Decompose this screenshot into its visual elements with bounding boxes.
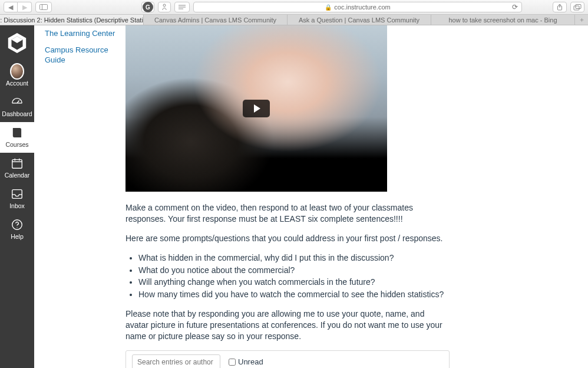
right-rail <box>461 25 588 368</box>
new-tab-button[interactable]: ＋ <box>575 15 588 25</box>
nav-courses-label: Courses <box>5 141 28 148</box>
browser-tab-2[interactable]: Ask a Question | Canvas LMS Community <box>288 15 431 25</box>
discussion-entry-toolbar: Unread <box>125 350 450 368</box>
prompt-item: Will anything change when you watch comm… <box>138 277 450 288</box>
discussion-paragraph-1: Make a comment on the video, then respon… <box>125 202 450 225</box>
browser-tab-0[interactable]: Topic: Discussion 2: Hidden Statistics (… <box>0 15 144 25</box>
nav-help[interactable]: Help <box>0 214 34 245</box>
reload-icon[interactable]: ⟳ <box>512 3 518 11</box>
svg-point-2 <box>163 4 166 6</box>
course-nav-learning-center[interactable]: The Learning Center <box>45 28 121 40</box>
discussion-body: Make a comment on the video, then respon… <box>125 202 450 342</box>
lock-icon: 🔒 <box>325 4 332 11</box>
reader-button[interactable] <box>174 2 190 12</box>
unread-checkbox[interactable] <box>229 359 236 366</box>
embedded-video[interactable] <box>125 25 387 192</box>
unread-filter[interactable]: Unread <box>229 357 263 366</box>
nav-back-forward: ◀ ▶ <box>4 2 32 12</box>
back-button[interactable]: ◀ <box>4 2 18 12</box>
svg-rect-15 <box>12 160 22 169</box>
tab-strip: Topic: Discussion 2: Hidden Statistics (… <box>0 15 588 25</box>
page-content: Account Dashboard Courses Calendar Inbox <box>0 25 588 368</box>
tabs-button[interactable] <box>570 2 584 12</box>
courses-icon <box>10 126 24 140</box>
brand-logo[interactable] <box>5 31 29 55</box>
url-bar[interactable]: 🔒 coc.instructure.com ⟳ <box>193 2 522 12</box>
forward-button[interactable]: ▶ <box>18 2 32 12</box>
browser-tab-1[interactable]: Canvas Admins | Canvas LMS Community <box>144 15 288 25</box>
nav-inbox[interactable]: Inbox <box>0 183 34 214</box>
main-column: Make a comment on the video, then respon… <box>125 25 461 368</box>
course-nav-resource-guide[interactable]: Campus Resource Guide <box>45 44 121 66</box>
course-nav: The Learning Center Campus Resource Guid… <box>34 25 125 368</box>
help-icon <box>10 218 24 232</box>
prompt-item: How many times did you have to watch the… <box>138 289 450 300</box>
nav-dashboard[interactable]: Dashboard <box>0 91 34 122</box>
nav-help-label: Help <box>11 233 24 240</box>
discussion-paragraph-3: Please note that by responding you are a… <box>125 308 450 342</box>
discussion-prompts-list: What is hidden in the commercial, why di… <box>138 252 450 301</box>
svg-rect-8 <box>576 4 581 8</box>
avatar <box>10 64 24 78</box>
share-button[interactable] <box>553 2 567 12</box>
browser-toolbar: ◀ ▶ G 🔒 coc.instructure.com ⟳ <box>0 0 588 15</box>
play-icon[interactable] <box>243 100 270 117</box>
svg-rect-7 <box>574 6 579 10</box>
inbox-icon <box>10 187 24 201</box>
nav-courses[interactable]: Courses <box>0 122 34 153</box>
nav-account[interactable]: Account <box>0 61 34 91</box>
calendar-icon <box>10 156 24 170</box>
prompt-item: What do you notice about the commercial? <box>138 265 450 276</box>
dashboard-icon <box>10 95 24 109</box>
svg-point-21 <box>16 227 17 228</box>
url-text: coc.instructure.com <box>334 4 390 11</box>
browser-tab-3[interactable]: how to take screenshot on mac - Bing <box>431 15 575 25</box>
nav-dashboard-label: Dashboard <box>2 110 32 117</box>
nav-account-label: Account <box>6 80 28 87</box>
discussion-paragraph-2: Here are some prompts/questions that you… <box>125 233 450 244</box>
extension-button-1[interactable]: G <box>141 2 154 12</box>
sidebar-toggle-button[interactable] <box>35 2 52 12</box>
search-entries-input[interactable] <box>132 354 220 368</box>
extension-button-2[interactable] <box>158 2 171 12</box>
nav-calendar[interactable]: Calendar <box>0 153 34 183</box>
svg-line-12 <box>17 100 19 103</box>
nav-calendar-label: Calendar <box>5 172 30 179</box>
svg-rect-0 <box>40 5 48 10</box>
svg-rect-19 <box>12 190 22 199</box>
nav-inbox-label: Inbox <box>9 202 25 209</box>
prompt-item: What is hidden in the commercial, why di… <box>138 252 450 264</box>
unread-label: Unread <box>238 357 263 366</box>
global-nav: Account Dashboard Courses Calendar Inbox <box>0 25 34 368</box>
